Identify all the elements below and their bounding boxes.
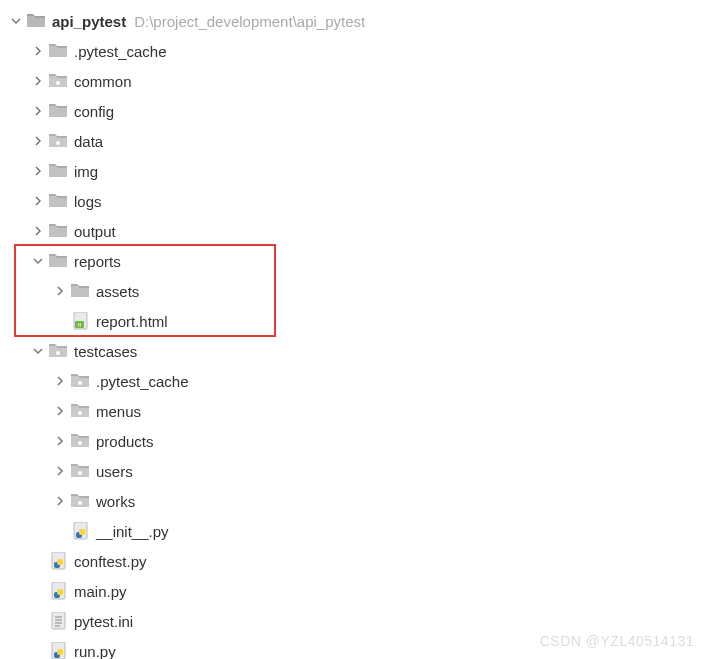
tree-row-root[interactable]: api_pytest D:\project_development\api_py… bbox=[0, 6, 706, 36]
tree-root-path: D:\project_development\api_pytest bbox=[134, 13, 365, 30]
tree-row[interactable]: testcases bbox=[0, 336, 706, 366]
tree-row[interactable]: pytest.ini bbox=[0, 606, 706, 636]
svg-point-6 bbox=[78, 381, 82, 385]
chevron-spacer bbox=[28, 551, 48, 571]
tree-row[interactable]: conftest.py bbox=[0, 546, 706, 576]
tree-row[interactable]: data bbox=[0, 126, 706, 156]
tree-item-label: output bbox=[74, 223, 116, 240]
tree-row[interactable]: common bbox=[0, 66, 706, 96]
python-file-icon bbox=[48, 641, 68, 659]
tree-item-label: menus bbox=[96, 403, 141, 420]
tree-item-label: .pytest_cache bbox=[96, 373, 189, 390]
folder-icon bbox=[70, 401, 90, 421]
tree-item-label: reports bbox=[74, 253, 121, 270]
chevron-right-icon[interactable] bbox=[50, 431, 70, 451]
chevron-down-icon[interactable] bbox=[6, 11, 26, 31]
folder-icon bbox=[48, 191, 68, 211]
svg-point-5 bbox=[56, 351, 60, 355]
tree-row[interactable]: .pytest_cache bbox=[0, 366, 706, 396]
folder-icon bbox=[48, 341, 68, 361]
tree-item-label: assets bbox=[96, 283, 139, 300]
tree-row[interactable]: logs bbox=[0, 186, 706, 216]
svg-rect-19 bbox=[57, 589, 63, 595]
chevron-right-icon[interactable] bbox=[28, 41, 48, 61]
tree-row[interactable]: assets bbox=[0, 276, 706, 306]
chevron-spacer bbox=[28, 581, 48, 601]
chevron-right-icon[interactable] bbox=[28, 221, 48, 241]
chevron-right-icon[interactable] bbox=[28, 191, 48, 211]
folder-icon bbox=[70, 491, 90, 511]
chevron-spacer bbox=[50, 521, 70, 541]
svg-rect-16 bbox=[57, 559, 63, 565]
tree-row[interactable]: img bbox=[0, 156, 706, 186]
tree-item-label: pytest.ini bbox=[74, 613, 133, 630]
tree-item-label: products bbox=[96, 433, 154, 450]
chevron-spacer bbox=[28, 611, 48, 631]
chevron-down-icon[interactable] bbox=[28, 251, 48, 271]
tree-item-label: __init__.py bbox=[96, 523, 169, 540]
tree-item-label: report.html bbox=[96, 313, 168, 330]
folder-icon bbox=[70, 371, 90, 391]
chevron-right-icon[interactable] bbox=[50, 401, 70, 421]
tree-item-label: users bbox=[96, 463, 133, 480]
folder-icon bbox=[70, 281, 90, 301]
svg-point-8 bbox=[78, 441, 82, 445]
chevron-right-icon[interactable] bbox=[28, 71, 48, 91]
folder-icon bbox=[48, 221, 68, 241]
tree-item-label: .pytest_cache bbox=[74, 43, 167, 60]
svg-rect-27 bbox=[57, 649, 63, 655]
tree-row[interactable]: main.py bbox=[0, 576, 706, 606]
chevron-right-icon[interactable] bbox=[50, 461, 70, 481]
html-file-icon: H bbox=[70, 311, 90, 331]
tree-row[interactable]: config bbox=[0, 96, 706, 126]
tree-item-label: common bbox=[74, 73, 132, 90]
tree-row[interactable]: reports bbox=[0, 246, 706, 276]
tree-item-label: main.py bbox=[74, 583, 127, 600]
ini-file-icon bbox=[48, 611, 68, 631]
tree-item-label: testcases bbox=[74, 343, 137, 360]
tree-item-label: works bbox=[96, 493, 135, 510]
tree-body: .pytest_cachecommonconfigdataimglogsoutp… bbox=[0, 36, 706, 659]
chevron-spacer bbox=[28, 641, 48, 659]
chevron-right-icon[interactable] bbox=[28, 101, 48, 121]
folder-icon bbox=[70, 431, 90, 451]
chevron-spacer bbox=[50, 311, 70, 331]
python-file-icon bbox=[48, 581, 68, 601]
python-file-icon bbox=[48, 551, 68, 571]
chevron-right-icon[interactable] bbox=[28, 131, 48, 151]
tree-row[interactable]: __init__.py bbox=[0, 516, 706, 546]
chevron-right-icon[interactable] bbox=[28, 161, 48, 181]
tree-row[interactable]: .pytest_cache bbox=[0, 36, 706, 66]
svg-text:H: H bbox=[77, 322, 81, 328]
tree-root-label: api_pytest bbox=[52, 13, 126, 30]
tree-item-label: logs bbox=[74, 193, 102, 210]
tree-row[interactable]: Hreport.html bbox=[0, 306, 706, 336]
tree-row[interactable]: menus bbox=[0, 396, 706, 426]
tree-item-label: config bbox=[74, 103, 114, 120]
folder-icon bbox=[26, 11, 46, 31]
tree-row[interactable]: users bbox=[0, 456, 706, 486]
tree-item-label: data bbox=[74, 133, 103, 150]
svg-point-1 bbox=[56, 141, 60, 145]
chevron-down-icon[interactable] bbox=[28, 341, 48, 361]
tree-item-label: conftest.py bbox=[74, 553, 147, 570]
tree-item-label: img bbox=[74, 163, 98, 180]
chevron-right-icon[interactable] bbox=[50, 281, 70, 301]
folder-icon bbox=[48, 101, 68, 121]
svg-point-0 bbox=[56, 81, 60, 85]
svg-point-10 bbox=[78, 501, 82, 505]
folder-icon bbox=[48, 161, 68, 181]
folder-icon bbox=[70, 461, 90, 481]
folder-icon bbox=[48, 251, 68, 271]
svg-point-7 bbox=[78, 411, 82, 415]
svg-rect-13 bbox=[79, 529, 85, 535]
python-file-icon bbox=[70, 521, 90, 541]
chevron-right-icon[interactable] bbox=[50, 371, 70, 391]
chevron-right-icon[interactable] bbox=[50, 491, 70, 511]
folder-icon bbox=[48, 71, 68, 91]
tree-row[interactable]: products bbox=[0, 426, 706, 456]
tree-row[interactable]: output bbox=[0, 216, 706, 246]
tree-row[interactable]: works bbox=[0, 486, 706, 516]
svg-point-9 bbox=[78, 471, 82, 475]
tree-item-label: run.py bbox=[74, 643, 116, 660]
